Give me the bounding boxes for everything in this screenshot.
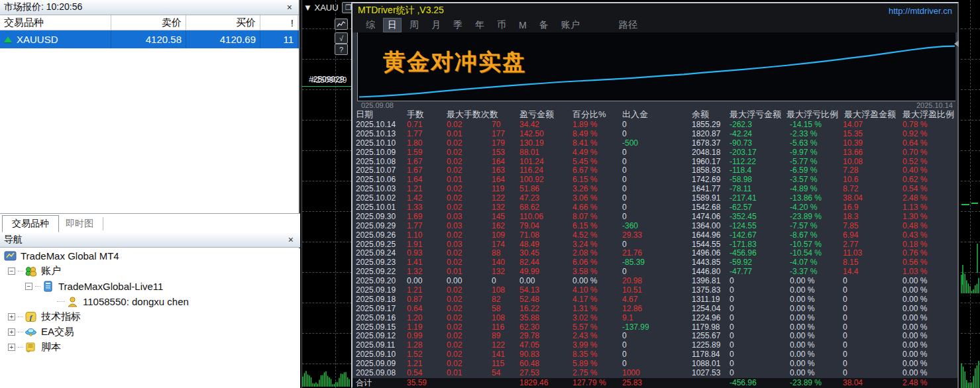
cell: 1960.17 xyxy=(692,158,730,167)
cell: 0.00 % xyxy=(790,305,843,314)
cell: 79.04 xyxy=(519,222,572,231)
cell: 7.28 xyxy=(843,166,902,175)
expand-icon[interactable]: + xyxy=(8,344,15,351)
market-watch-tabs: 交易品种 即时图 xyxy=(0,213,300,232)
cell: 2.75 % xyxy=(572,369,622,378)
cell: 1396.81 xyxy=(692,277,730,286)
cell xyxy=(447,378,492,388)
gridline xyxy=(302,59,352,60)
menu-item-4[interactable]: 季 xyxy=(449,19,466,32)
accounts-icon xyxy=(25,266,37,277)
menu-item-2[interactable]: 周 xyxy=(406,19,423,32)
collapse-icon[interactable]: − xyxy=(8,267,15,275)
cell: 0 xyxy=(622,350,692,360)
cell: 0.00 % xyxy=(572,277,622,286)
cell: 2025.09.12 xyxy=(356,332,407,341)
tree-item-server[interactable]: −TradeMaxGlobal-Live11 xyxy=(0,279,300,294)
stats-title: MTDriver统计 ,V3.25 xyxy=(358,5,444,17)
menu-item-8[interactable]: 备 xyxy=(535,19,553,32)
tree-item-label: 技术指标 xyxy=(41,311,81,323)
cell: 1.19 xyxy=(407,323,447,332)
cell: 0 xyxy=(622,166,692,175)
header-6: 余额 xyxy=(692,109,709,121)
check-icon[interactable]: √ xyxy=(335,32,348,44)
stats-row: 2025.09.080.540.015427.532.75 %10001027.… xyxy=(353,369,957,378)
column-spread[interactable]: ! xyxy=(260,15,298,30)
gridline xyxy=(302,272,352,273)
cell: 1.64 xyxy=(407,175,447,185)
cell: 0 xyxy=(843,350,902,360)
cell: 2.08 % xyxy=(572,249,622,258)
cell: 4.17 % xyxy=(572,295,622,305)
order-label: #2509029 xyxy=(309,75,344,84)
stats-total-row: 合计35.591829.46127.79 %25.83-456.96-23.89… xyxy=(353,378,957,388)
cell: 1.89 % xyxy=(572,121,622,130)
tree-item-mt4-logo[interactable]: TradeMax Global MT4 xyxy=(0,248,300,264)
chart-window-title[interactable]: ▼ XAUU xyxy=(303,3,339,13)
cell: 0 xyxy=(843,360,902,369)
cell: 2025.09.24 xyxy=(356,249,407,258)
close-icon[interactable]: × xyxy=(284,2,295,13)
tab-symbols[interactable]: 交易品种 xyxy=(2,215,59,232)
gridline xyxy=(302,181,352,181)
cell: 2.48 % xyxy=(902,194,960,203)
cell: 0 xyxy=(843,286,902,295)
stats-row: 2025.09.291.770.0316279.046.15 %-3601364… xyxy=(353,222,957,231)
cell: 1225.89 xyxy=(692,341,730,350)
menu-item-9[interactable]: 账户 xyxy=(557,19,584,32)
cell: 4.10 % xyxy=(572,286,622,295)
bid-line-dash xyxy=(961,204,969,205)
cell: 2.43 % xyxy=(572,332,622,341)
cell: 70 xyxy=(492,121,519,130)
menu-item-10[interactable]: 路径 xyxy=(615,19,641,32)
cell: -217.41 xyxy=(730,194,790,203)
collapse-icon[interactable]: − xyxy=(25,283,32,290)
cell: -7.57 % xyxy=(790,222,843,231)
cell: 6.06 % xyxy=(572,258,622,267)
stats-row: 2025.09.170.640.025816.221.31 %12.861254… xyxy=(353,305,957,314)
cell: 1474.06 xyxy=(692,213,730,222)
stats-menu: 综日周月季年币M备账户路径 xyxy=(353,18,957,32)
cell xyxy=(692,378,730,388)
indicator-glyph xyxy=(337,21,346,28)
tree-item-script[interactable]: +脚本 xyxy=(0,340,300,355)
stats-row: 2025.09.221.320.0113249.993.58 %01446.80… xyxy=(353,267,957,277)
gridline xyxy=(302,150,352,151)
menu-item-1[interactable]: 日 xyxy=(384,19,401,32)
close-icon[interactable]: × xyxy=(286,234,296,245)
spread-cell: 11 xyxy=(260,30,298,48)
tree-item-accounts[interactable]: −账户 xyxy=(0,264,300,279)
menu-item-0[interactable]: 综 xyxy=(362,19,379,32)
column-symbol[interactable]: 交易品种 xyxy=(0,15,111,30)
menu-item-6[interactable]: 币 xyxy=(493,19,510,32)
cell: 177 xyxy=(492,130,519,139)
menu-item-5[interactable]: 年 xyxy=(471,19,488,32)
tab-tick-chart[interactable]: 即时图 xyxy=(56,217,103,230)
stats-row: 2025.10.071.670.02163116.246.67 %01858.9… xyxy=(353,166,957,175)
cell: 1224.96 xyxy=(692,314,730,323)
mtdriver-url-link[interactable]: http://mtdriver.cn xyxy=(889,6,952,16)
market-watch-row-xauusd[interactable]: XAUUSD 4120.58 4120.69 11 xyxy=(0,30,299,48)
tree-item-indicator[interactable]: +f技术指标 xyxy=(0,309,300,324)
cell: 0 xyxy=(730,341,790,350)
cell: -78.11 xyxy=(730,185,790,194)
tree-item-ea[interactable]: +EA交易 xyxy=(0,324,300,340)
expand-icon[interactable]: + xyxy=(8,313,15,320)
column-ask[interactable]: 买价 xyxy=(186,15,260,30)
cell: 1.77 xyxy=(407,130,447,139)
tree-item-user[interactable]: 11058550: dongxu chen xyxy=(0,294,300,309)
cell: 0.00 % xyxy=(902,314,960,323)
candlestick-strip-left xyxy=(301,352,352,388)
cell: 2025.09.22 xyxy=(356,267,407,277)
expand-icon[interactable]: + xyxy=(8,328,15,336)
cell: 1.30 % xyxy=(902,213,960,222)
cell: 100.92 xyxy=(519,175,572,185)
menu-item-7[interactable]: M xyxy=(515,19,531,31)
indicator-icon[interactable] xyxy=(335,19,348,30)
menu-item-3[interactable]: 月 xyxy=(427,19,445,32)
cell: 0.02 xyxy=(447,286,492,295)
help-icon[interactable]: ? xyxy=(335,44,348,55)
header-9: 最大浮盈金额 xyxy=(844,109,896,121)
cell: 0.64 xyxy=(407,305,447,314)
column-bid[interactable]: 卖价 xyxy=(111,15,186,30)
